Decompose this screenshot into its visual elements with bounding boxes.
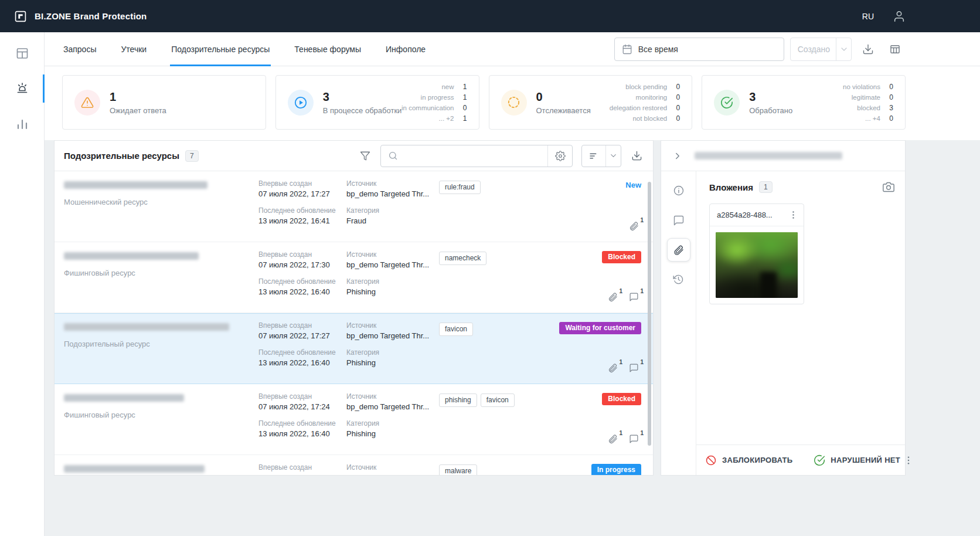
tab-bar: Запросы Утечки Подозрительные ресурсы Те… [45,32,980,66]
sort-by-value: Создано [791,38,836,60]
table-view-button[interactable] [884,38,906,61]
sidebar-item-alerts[interactable] [0,71,44,106]
created-label: Впервые создан [258,463,343,471]
resource-row[interactable]: Фишинговый ресурс Впервые создан07 июля … [55,242,653,313]
category-value: Fraud [346,216,435,225]
user-icon[interactable] [893,10,906,23]
updated-value: 13 июля 2022, 16:40 [258,358,343,367]
list-title: Подозрительные ресурсы [64,151,179,161]
updated-label: Последнее обновление [258,419,343,428]
comments-indicator: 1 [629,292,639,302]
comments-count: 1 [640,359,644,365]
created-label: Впервые создан [258,179,343,188]
search-input[interactable] [403,151,547,161]
tag: favicon [481,393,515,407]
stat-detail-label: block pending [625,83,667,90]
source-label: Источник [346,463,435,471]
sort-dropdown-button[interactable] [605,145,621,167]
attachment-menu-button[interactable] [785,210,801,220]
stat-detail-label: legitimate [852,94,880,101]
resource-detail-panel: Вложения 1 a2854a28-488... [661,140,906,476]
screenshot-button[interactable] [883,181,894,193]
redacted-resource-name [64,323,229,331]
detail-tab-comments[interactable] [667,208,690,233]
redacted-resource-name [64,394,184,402]
category-value: Phishing [346,429,435,438]
detail-tab-attachments[interactable] [667,238,690,262]
collapse-panel-button[interactable] [671,150,684,162]
list-scrollbar[interactable] [648,182,651,446]
category-label: Категория [346,206,435,215]
search-settings-button[interactable] [547,145,572,167]
search-icon [388,151,398,161]
search-box [380,145,573,167]
tag: malware [439,464,477,475]
comments-indicator: 1 [629,363,639,373]
source-label: Источник [346,392,435,401]
created-value: 07 июля 2022, 17:24 [258,402,343,411]
resource-row[interactable]: Впервые создан07 июля 2022, 17:20 Источн… [55,455,653,475]
stat-detail-value: 1 [462,93,467,101]
camera-icon [883,181,894,193]
stats-cards-row: 1 Ожидает ответа 3 В процессе обработки … [45,66,980,140]
app-window: BI.ZONE Brand Protection RU Запросы [0,0,980,536]
resource-type: Фишинговый ресурс [64,269,258,277]
gear-icon [555,151,566,161]
tab-requests[interactable]: Запросы [62,32,97,66]
block-icon [705,454,717,466]
created-value: 07 июля 2022, 17:27 [258,331,343,340]
detail-tab-history[interactable] [667,267,690,291]
category-value: Phishing [346,287,435,296]
tab-leaks[interactable]: Утечки [120,32,148,66]
sidebar-item-reports[interactable] [0,106,44,141]
block-button[interactable]: ЗАБЛОКИРОВАТЬ [705,454,792,466]
status-badge: In progress [591,464,641,475]
stat-detail-label: no violations [843,83,880,90]
tab-suspicious-resources[interactable]: Подозрительные ресурсы [170,32,271,66]
bizone-logo-icon [14,10,27,23]
created-value: 07 июля 2022, 17:20 [258,473,343,475]
source-label: Источник [346,321,435,330]
source-value: bp_demo Targeted Thr... [346,402,435,411]
stat-detail-value: 0 [889,83,893,91]
sidebar-item-dashboard[interactable] [0,36,44,71]
tag: favicon [439,323,473,336]
sort-icon [588,151,599,161]
resource-row[interactable]: Фишинговый ресурс Впервые создан07 июля … [55,384,653,455]
stat-detail-value: 0 [889,114,893,123]
table-icon [889,43,901,55]
date-range-filter[interactable]: Все время [614,38,784,61]
source-value: bp_demo Targeted Thr... [346,473,435,475]
attachment-thumbnail[interactable] [716,232,798,298]
resource-type: Фишинговый ресурс [64,411,258,419]
sort-control [581,145,621,167]
more-actions-button[interactable] [900,455,917,466]
stat-detail-value: 1 [462,83,467,91]
export-download-button[interactable] [858,38,879,61]
download-icon [862,43,874,55]
source-value: bp_demo Targeted Thr... [346,189,435,198]
tab-infofield[interactable]: Инфополе [384,32,427,66]
sort-by-select[interactable]: Создано [790,38,852,61]
play-circle-icon [288,90,314,116]
resource-row[interactable]: Мошеннический ресурс Впервые создан07 ию… [55,171,653,242]
no-violations-button[interactable]: НАРУШЕНИЙ НЕТ [814,454,900,466]
updated-value: 13 июля 2022, 16:41 [258,216,343,225]
filter-button[interactable] [359,150,372,162]
no-violations-label: НАРУШЕНИЙ НЕТ [831,456,900,464]
attachment-card: a2854a28-488... [709,203,804,304]
dashboard-icon [15,46,29,60]
stat-card-processed: 3 Обработано no violations0 legitimate0 … [702,75,906,130]
tab-shadow-forums[interactable]: Теневые форумы [293,32,362,66]
resource-row-selected[interactable]: Подозрительный ресурс Впервые создан07 и… [55,313,653,384]
language-switcher[interactable]: RU [862,12,874,21]
attachments-count: 1 [619,288,622,294]
stat-detail-label: blocked [857,104,880,111]
stat-value: 3 [749,90,792,103]
sort-button[interactable] [582,145,605,167]
list-download-button[interactable] [630,149,644,162]
detail-tab-info[interactable] [667,178,690,203]
tag: rule:fraud [439,181,481,194]
comments-count: 1 [640,430,644,436]
updated-value: 13 июля 2022, 16:40 [258,287,343,296]
